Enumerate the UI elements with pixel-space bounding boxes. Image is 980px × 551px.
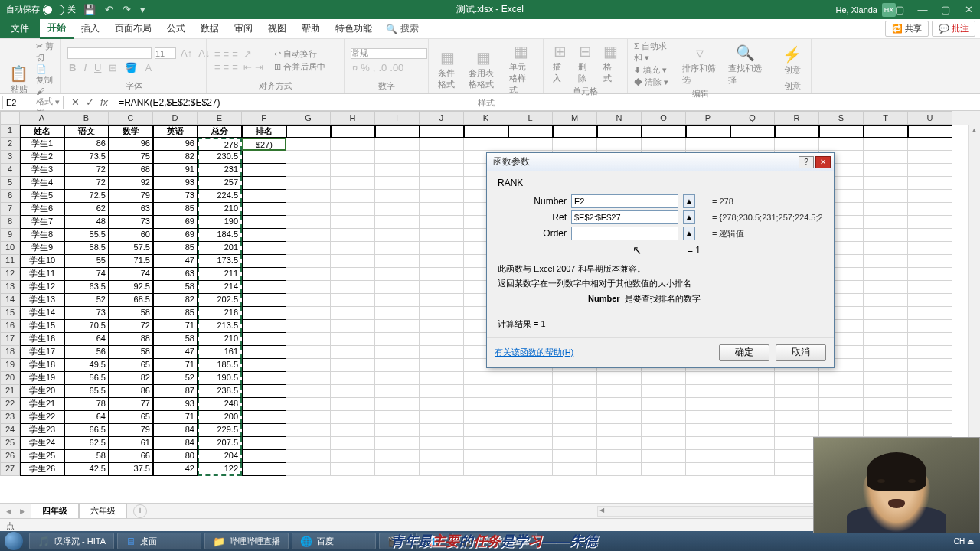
cell[interactable] — [775, 125, 819, 138]
cell[interactable] — [420, 268, 464, 281]
cell[interactable] — [286, 307, 331, 320]
cell[interactable] — [730, 385, 775, 398]
tab-help[interactable]: 帮助 — [294, 19, 328, 38]
cancel-button[interactable]: 取消 — [776, 344, 826, 361]
maximize-icon[interactable]: ▢ — [934, 0, 957, 19]
cell[interactable]: 211 — [198, 268, 242, 281]
cell[interactable]: 85 — [153, 307, 198, 320]
cell[interactable] — [597, 463, 642, 476]
table-style-button[interactable]: ▦套用表格格式 — [466, 47, 501, 92]
col-header-C[interactable]: C — [109, 111, 153, 125]
cell[interactable] — [242, 372, 286, 385]
cell[interactable]: 216 — [198, 307, 242, 320]
cell[interactable]: 69 — [153, 229, 198, 242]
cell[interactable]: 184.5 — [198, 229, 242, 242]
cell[interactable]: 173.5 — [198, 255, 242, 268]
cell[interactable] — [464, 463, 508, 476]
underline-icon[interactable]: U — [94, 62, 101, 73]
cell[interactable]: 61 — [109, 437, 153, 450]
inc-dec-icon[interactable]: .0 — [378, 62, 387, 73]
cell[interactable] — [331, 190, 375, 203]
cell[interactable] — [331, 229, 375, 242]
arg-input-order[interactable] — [571, 227, 678, 240]
cell[interactable] — [864, 138, 908, 151]
cell[interactable]: 学生14 — [20, 307, 64, 320]
cell[interactable] — [730, 424, 775, 437]
cell[interactable] — [331, 281, 375, 294]
cell[interactable] — [420, 385, 464, 398]
col-header-H[interactable]: H — [331, 111, 375, 125]
sort-filter-button[interactable]: ▿排序和筛选 — [679, 42, 720, 87]
cell[interactable] — [864, 398, 908, 411]
cell[interactable]: 74 — [109, 268, 153, 281]
cell[interactable]: 85 — [153, 203, 198, 216]
fx-icon[interactable]: fx — [100, 96, 108, 108]
cell[interactable] — [686, 463, 730, 476]
percent-icon[interactable]: % — [361, 62, 370, 73]
format-cells-button[interactable]: ▦格式 — [600, 41, 621, 86]
cell[interactable]: 87 — [153, 385, 198, 398]
cell[interactable] — [286, 138, 331, 151]
font-size-input[interactable] — [155, 47, 176, 59]
cell[interactable]: 77 — [109, 398, 153, 411]
cell[interactable] — [375, 307, 420, 320]
cell[interactable]: 学生3 — [20, 164, 64, 177]
cell[interactable] — [686, 138, 730, 151]
cell[interactable]: 学生15 — [20, 320, 64, 333]
cell[interactable] — [908, 177, 952, 190]
cell[interactable]: 84 — [153, 424, 198, 437]
cell[interactable] — [464, 372, 508, 385]
cell[interactable]: 80 — [153, 450, 198, 463]
indent-dec-icon[interactable]: ⇤ — [243, 61, 252, 73]
cell[interactable] — [375, 255, 420, 268]
cell[interactable] — [908, 281, 952, 294]
cell[interactable] — [508, 385, 553, 398]
cell[interactable]: 88 — [109, 333, 153, 346]
cell[interactable]: 47 — [153, 255, 198, 268]
cell[interactable] — [730, 125, 775, 138]
cell[interactable] — [464, 424, 508, 437]
cell[interactable] — [331, 450, 375, 463]
row-header[interactable]: 24 — [0, 424, 20, 437]
cell-style-button[interactable]: ▦单元格样式 — [506, 41, 537, 97]
cell[interactable] — [553, 463, 597, 476]
cell[interactable]: 78 — [64, 398, 109, 411]
tab-features[interactable]: 特色功能 — [328, 19, 380, 38]
cell[interactable] — [331, 333, 375, 346]
row-header[interactable]: 12 — [0, 268, 20, 281]
cell[interactable] — [420, 437, 464, 450]
wrap-text-button[interactable]: ↩ 自动换行 — [274, 48, 325, 60]
cell[interactable] — [464, 450, 508, 463]
cell[interactable] — [553, 138, 597, 151]
formula-input[interactable]: =RANK(E2,$E$2:$E$27) — [116, 97, 980, 108]
col-header-L[interactable]: L — [508, 111, 553, 125]
col-header-D[interactable]: D — [153, 111, 198, 125]
autosave-toggle[interactable]: 自动保存 关 — [6, 4, 76, 15]
cell[interactable] — [242, 437, 286, 450]
cell[interactable] — [597, 385, 642, 398]
cell[interactable] — [331, 151, 375, 164]
cell[interactable] — [242, 151, 286, 164]
cell[interactable] — [464, 385, 508, 398]
ideas-button[interactable]: ⚡创意 — [779, 44, 805, 77]
row-header[interactable]: 14 — [0, 294, 20, 307]
cell[interactable] — [819, 398, 864, 411]
cell[interactable]: 56.5 — [64, 372, 109, 385]
cell[interactable] — [331, 125, 375, 138]
cell[interactable] — [508, 450, 553, 463]
cell[interactable] — [908, 255, 952, 268]
cell[interactable] — [597, 411, 642, 424]
col-header-G[interactable]: G — [286, 111, 331, 125]
cell[interactable] — [864, 190, 908, 203]
cell[interactable] — [375, 294, 420, 307]
orient-icon[interactable]: ↗ — [243, 48, 252, 60]
cell[interactable] — [331, 424, 375, 437]
cell[interactable] — [420, 177, 464, 190]
copy-button[interactable]: 📄 复制 — [36, 64, 54, 86]
cell[interactable]: 49.5 — [64, 359, 109, 372]
cell[interactable] — [908, 216, 952, 229]
cell[interactable]: 学生19 — [20, 372, 64, 385]
cell[interactable] — [242, 294, 286, 307]
cell[interactable]: 92 — [109, 177, 153, 190]
cell[interactable] — [375, 190, 420, 203]
